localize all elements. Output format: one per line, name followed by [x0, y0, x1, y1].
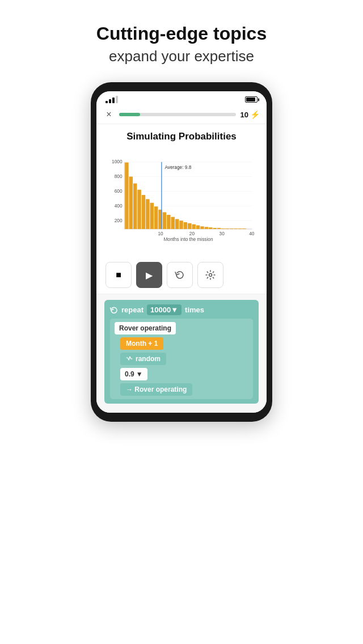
headline: Cutting-edge topics: [74, 23, 289, 44]
svg-rect-13: [129, 177, 133, 229]
arrow-rover-block: → Rover operating: [120, 383, 192, 396]
svg-rect-31: [205, 227, 208, 230]
svg-text:200: 200: [115, 218, 123, 223]
svg-rect-35: [221, 228, 225, 229]
battery-icon: [245, 96, 258, 103]
repeat-icon: [110, 306, 118, 314]
svg-text:20: 20: [189, 231, 195, 236]
signal-icon: [105, 96, 118, 103]
battery-fill: [246, 98, 255, 101]
svg-rect-12: [125, 163, 128, 229]
svg-text:600: 600: [115, 189, 123, 194]
score-area: 10 ⚡: [240, 110, 260, 119]
signal-bar-3: [112, 98, 115, 103]
signal-bar-2: [109, 99, 111, 103]
settings-button[interactable]: [197, 262, 223, 288]
svg-rect-14: [133, 184, 137, 229]
svg-rect-30: [200, 227, 204, 230]
svg-rect-36: [226, 228, 229, 229]
chart-title: Simulating Probabilities: [105, 131, 258, 142]
svg-rect-19: [154, 207, 158, 230]
svg-rect-23: [171, 217, 175, 229]
repeat-block: repeat 10000▼ times Rover operating Mont…: [104, 300, 259, 404]
svg-rect-32: [209, 228, 212, 230]
rover-label: Rover operating: [115, 322, 176, 334]
svg-text:30: 30: [220, 231, 225, 236]
settings-icon: [205, 270, 216, 280]
svg-text:400: 400: [115, 203, 123, 209]
subheadline: expand your expertise: [86, 48, 277, 65]
play-button[interactable]: ▶: [136, 262, 162, 288]
progress-fill: [119, 113, 140, 116]
svg-rect-22: [167, 215, 170, 229]
random-block: random: [120, 353, 166, 365]
svg-rect-39: [238, 228, 242, 229]
replay-icon: [175, 270, 185, 280]
svg-text:40: 40: [249, 231, 255, 236]
svg-rect-40: [242, 228, 246, 229]
val-block: 0.9 ▼: [120, 368, 147, 380]
page-wrapper: Cutting-edge topics expand your expertis…: [0, 0, 363, 644]
lightning-icon: ⚡: [250, 110, 260, 119]
chart-container: 1000 800 600 400 200: [105, 148, 258, 247]
svg-rect-29: [196, 226, 200, 229]
controls-area: ■ ▶: [96, 256, 267, 294]
svg-rect-17: [146, 200, 149, 230]
phone-device: × 10 ⚡ Simulating Probabilities 1000: [91, 82, 272, 422]
svg-rect-27: [188, 223, 191, 229]
svg-rect-16: [142, 195, 145, 229]
repeat-label: repeat: [121, 306, 143, 314]
svg-rect-15: [137, 190, 141, 229]
svg-rect-38: [234, 228, 237, 229]
progress-bar-area: × 10 ⚡: [96, 105, 267, 124]
signal-bar-4: [116, 96, 118, 103]
svg-rect-24: [175, 219, 179, 230]
code-area: repeat 10000▼ times Rover operating Mont…: [96, 294, 267, 413]
repeat-block-header: repeat 10000▼ times: [110, 304, 253, 315]
svg-rect-37: [230, 228, 233, 229]
progress-track: [119, 113, 236, 116]
repeat-value[interactable]: 10000▼: [147, 304, 182, 315]
close-button[interactable]: ×: [103, 109, 115, 120]
month-block: Month + 1: [120, 337, 163, 350]
code-block-inner: Rover operating Month + 1: [110, 319, 253, 399]
svg-rect-33: [213, 228, 216, 229]
random-icon: [126, 355, 133, 362]
svg-point-48: [209, 274, 212, 277]
score-value: 10: [240, 111, 248, 119]
chart-svg: 1000 800 600 400 200: [105, 148, 258, 247]
stop-button[interactable]: ■: [105, 262, 132, 288]
svg-rect-28: [192, 224, 195, 229]
content-area: Simulating Probabilities 1000 800 600 40…: [96, 124, 267, 256]
status-bar: [96, 91, 267, 105]
times-label: times: [185, 306, 204, 314]
svg-rect-26: [184, 222, 187, 229]
svg-text:1000: 1000: [112, 159, 123, 165]
svg-text:Months into the mission: Months into the mission: [163, 237, 213, 243]
svg-rect-18: [150, 203, 154, 229]
svg-text:800: 800: [115, 174, 123, 180]
replay-button[interactable]: [167, 262, 193, 288]
signal-bar-1: [105, 101, 108, 103]
svg-rect-21: [163, 213, 166, 230]
svg-text:Average: 9.8: Average: 9.8: [164, 164, 191, 170]
svg-rect-25: [179, 221, 183, 230]
svg-text:10: 10: [158, 231, 163, 236]
phone-screen: × 10 ⚡ Simulating Probabilities 1000: [96, 91, 267, 413]
svg-rect-34: [217, 228, 221, 229]
